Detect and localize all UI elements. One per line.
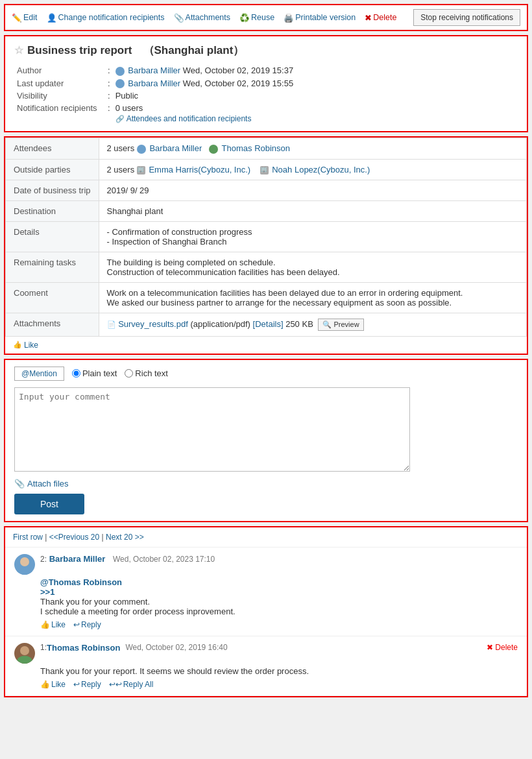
page-title: ☆ Business trip report （Shanghai plant）	[14, 43, 518, 58]
like-icon-2: 👍	[40, 620, 50, 629]
attendees-link-icon: 🔗	[115, 115, 125, 123]
star-icon: ☆	[14, 44, 23, 56]
comment-date-1: Wed, October 02, 2019 16:40	[125, 643, 227, 652]
svg-point-0	[20, 557, 29, 566]
svg-point-3	[17, 656, 32, 664]
attachments-label: Attachments	[6, 313, 99, 336]
edit-button[interactable]: ✏️ Edit	[12, 13, 38, 23]
edit-icon: ✏️	[12, 13, 22, 23]
attendee1-avatar	[137, 145, 146, 154]
attendee2-link[interactable]: Thomas Robinson	[222, 143, 291, 153]
comment-author-1[interactable]: Thomas Robinson	[47, 643, 120, 653]
delete-icon: ✖	[365, 13, 372, 23]
attach-file-link[interactable]: Survey_results.pdf	[118, 319, 188, 329]
delete-button[interactable]: ✖ Delete	[365, 13, 396, 23]
stop-notifications-button[interactable]: Stop receiving notifications	[413, 9, 520, 26]
rich-text-radio-label[interactable]: Rich text	[125, 368, 168, 378]
mention-tab[interactable]: @Mention	[14, 367, 64, 381]
details-label: Details	[6, 221, 99, 252]
date-value: 2019/ 9/ 29	[99, 180, 526, 200]
remaining-label: Remaining tasks	[6, 252, 99, 282]
svg-point-1	[17, 567, 32, 575]
comment-meta-1: 1: Thomas Robinson Wed, October 02, 2019…	[40, 643, 518, 653]
updater-date: Wed, October 02, 2019 15:55	[183, 78, 293, 88]
attach-details-link[interactable]: [Details]	[253, 319, 284, 329]
attachments-row: Attachments 📄 Survey_results.pdf (applic…	[6, 313, 527, 336]
first-row-link[interactable]: First row	[13, 533, 43, 542]
details-row: Details - Confirmation of construction p…	[6, 221, 527, 252]
reply-button-1[interactable]: ↩ Reply	[73, 680, 101, 689]
printable-button[interactable]: 🖨️ Printable version	[284, 13, 356, 23]
updater-name-link[interactable]: Barbara Miller	[128, 78, 180, 88]
plain-text-radio[interactable]	[72, 369, 80, 378]
attach-files-button[interactable]: 📎 Attach files	[14, 479, 518, 488]
reuse-icon: ♻️	[239, 13, 250, 23]
author-date: Wed, October 02, 2019 15:37	[183, 66, 293, 75]
preview-button[interactable]: 🔍 Preview	[318, 319, 363, 331]
attachment-icon: 📎	[174, 13, 184, 23]
comment-meta-2: 2: Barbara Miller Wed, October 02, 2023 …	[40, 554, 518, 564]
reuse-button[interactable]: ♻️ Reuse	[239, 13, 274, 23]
cooment-row: Cooment Work on a telecommunication faci…	[6, 282, 527, 313]
outside-label: Outside parties	[6, 159, 99, 180]
author-name-link[interactable]: Barbara Miller	[128, 66, 180, 75]
comment-date-2: Wed, October 02, 2023 17:10	[113, 555, 215, 564]
change-recipients-button[interactable]: 👤 Change notification recipients	[47, 13, 165, 23]
comment-avatar-2	[14, 554, 35, 575]
cooment-value: Work on a telecommunication facilities h…	[99, 282, 526, 313]
post-button[interactable]: Post	[14, 494, 84, 514]
comment-line2-2: I schedule a meeting for order process i…	[40, 607, 518, 616]
comment-actions-1: 👍 Like ↩ Reply ↩↩ Reply All	[40, 680, 518, 689]
toolbar-left: ✏️ Edit 👤 Change notification recipients…	[12, 13, 396, 23]
attendee2-avatar	[209, 145, 218, 154]
reply-button-2[interactable]: ↩ Reply	[73, 620, 101, 629]
attendee1-link[interactable]: Barbara Miller	[149, 143, 202, 153]
prev-link[interactable]: <<Previous 20	[49, 533, 99, 542]
date-row: Date of business trip 2019/ 9/ 29	[6, 180, 527, 200]
plain-text-radio-label[interactable]: Plain text	[72, 368, 117, 378]
comment-number-1: 1:	[40, 643, 47, 652]
attendees-link[interactable]: 🔗 Attendees and notification recipients	[115, 114, 515, 123]
outside2-link[interactable]: Noah Lopez(Cybozu, Inc.)	[272, 165, 370, 175]
delete-icon-1: ✖	[487, 643, 493, 652]
attach-icon: 📎	[14, 479, 25, 488]
comment-form-section: @Mention Plain text Rich text 📎 Attach f…	[4, 359, 528, 522]
like-icon: 👍	[13, 341, 22, 349]
reply-all-button-1[interactable]: ↩↩ Reply All	[109, 680, 154, 689]
author-avatar	[115, 67, 125, 76]
recipients-label: Notification recipients	[14, 102, 105, 125]
outside1-link[interactable]: Emma Harris(Cybozu, Inc.)	[149, 165, 250, 175]
toolbar: ✏️ Edit 👤 Change notification recipients…	[4, 4, 528, 31]
comment-body-2: @Thomas Robinson >>1 Thank you for your …	[40, 577, 518, 629]
updater-value: Barbara Miller Wed, October 02, 2019 15:…	[113, 77, 518, 90]
comment-body-1: Thank you for your report. It seems we s…	[40, 666, 518, 689]
like-button-2[interactable]: 👍 Like	[40, 620, 66, 629]
delete-button-1[interactable]: ✖ Delete	[487, 643, 518, 652]
attendees-value: 2 users Barbara Miller Thomas Robinson	[99, 138, 526, 160]
outside-row: Outside parties 2 users 🏢 Emma Harris(Cy…	[6, 159, 527, 180]
comment-avatar-1	[14, 643, 35, 664]
reply-ref-2: >>1	[40, 587, 54, 597]
comment-line1-1: Thank you for your report. It seems we s…	[40, 666, 518, 676]
like-button[interactable]: 👍 Like	[13, 341, 519, 350]
destination-value: Shanghai plant	[99, 200, 526, 221]
detail-table: Attendees 2 users Barbara Miller Thomas …	[5, 138, 527, 337]
rich-text-radio[interactable]	[125, 369, 133, 378]
remaining-row: Remaining tasks The building is being co…	[6, 252, 527, 282]
comment-item-1: 1: Thomas Robinson Wed, October 02, 2019…	[5, 636, 527, 696]
comment-textarea[interactable]	[14, 387, 410, 472]
attachments-button[interactable]: 📎 Attachments	[174, 13, 230, 23]
author-label: Author	[14, 64, 105, 77]
next-link[interactable]: Next 20 >>	[106, 533, 144, 542]
outside1-icon: 🏢	[137, 166, 145, 175]
comment-line1-2: Thank you for your comment.	[40, 597, 518, 607]
comment-author-2[interactable]: Barbara Miller	[49, 554, 106, 564]
comment-number-2: 2:	[40, 555, 47, 564]
attendees-row: Attendees 2 users Barbara Miller Thomas …	[6, 138, 527, 160]
author-value: Barbara Miller Wed, October 02, 2019 15:…	[113, 64, 518, 77]
like-button-1[interactable]: 👍 Like	[40, 680, 66, 689]
meta-table: Author : Barbara Miller Wed, October 02,…	[14, 64, 518, 125]
comment-actions-2: 👍 Like ↩ Reply	[40, 620, 518, 629]
reply-all-icon-1: ↩↩	[109, 680, 122, 689]
visibility-label: Visibility	[14, 90, 105, 102]
